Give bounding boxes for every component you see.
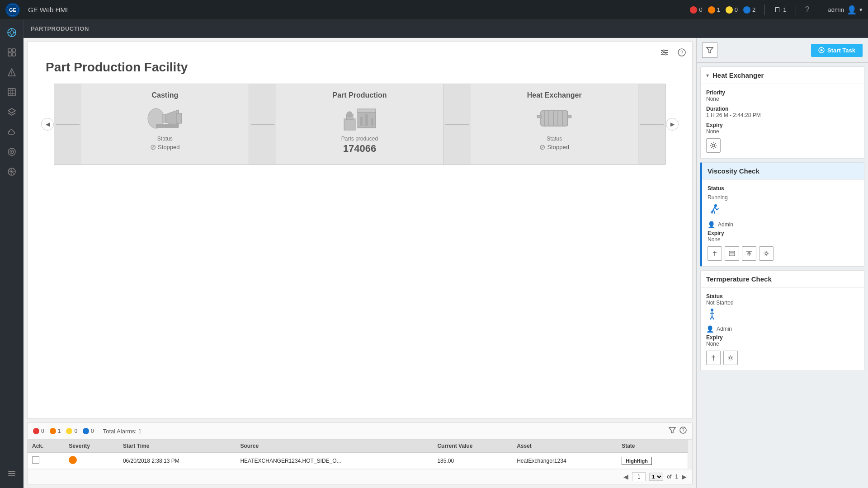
right-panel-toolbar: Start Task xyxy=(697,38,868,63)
svg-point-23 xyxy=(11,151,12,153)
viscosity-gear-button[interactable] xyxy=(759,246,774,261)
alarms-help-button[interactable]: ? xyxy=(679,427,687,436)
alarm-red-count: 0 xyxy=(33,428,44,434)
temperature-section: Termperature Check Status Not Started xyxy=(700,270,864,371)
help-icon[interactable]: ? xyxy=(805,5,810,14)
svg-rect-36 xyxy=(662,52,663,53)
sidebar-item-target[interactable] xyxy=(3,143,21,161)
equipment-row: ◀ Casting xyxy=(41,84,679,165)
heatexchanger-card: Heat Exchanger xyxy=(471,84,638,164)
viscosity-expiry-row: Expiry None xyxy=(708,230,859,243)
severity-cell xyxy=(64,453,118,469)
svg-marker-20 xyxy=(8,108,15,113)
casting-status-value: Stopped xyxy=(158,144,179,150)
temperature-gear-button[interactable] xyxy=(723,351,738,365)
page-input[interactable] xyxy=(632,472,646,481)
expiry-row: Expiry None xyxy=(706,122,859,135)
ack-checkbox[interactable] xyxy=(32,456,39,464)
svg-rect-59 xyxy=(537,115,542,118)
page-dropdown[interactable]: 1 xyxy=(649,473,663,481)
hmi-settings-button[interactable] xyxy=(658,46,671,59)
svg-rect-35 xyxy=(663,50,665,52)
hmi-title: Part Production Facility xyxy=(46,60,692,75)
start-task-button[interactable]: Start Task xyxy=(811,44,863,57)
svg-rect-41 xyxy=(162,114,166,122)
breadcrumb-bar: PARTPRODUCTION xyxy=(24,20,868,38)
hmi-toolbar: ? xyxy=(658,46,689,59)
source-cell: HEATEXCHANGER1234.HOT_SIDE_O... xyxy=(236,453,433,469)
right-panel: Start Task ▾ Heat Exchanger Priority Non… xyxy=(696,38,868,488)
viscosity-list-button[interactable] xyxy=(725,246,739,261)
viscosity-admin-row: 👤 Admin xyxy=(708,221,859,228)
user-section[interactable]: admin 👤 ▾ xyxy=(828,5,863,15)
col-asset: Asset xyxy=(512,440,617,453)
priority-row: Priority None xyxy=(706,89,859,102)
svg-point-77 xyxy=(711,309,713,311)
viscosity-pin-button[interactable] xyxy=(708,246,722,261)
viscosity-body: Status Running 👤 Ad xyxy=(702,180,864,266)
state-cell: HighHigh xyxy=(617,453,688,469)
col-source: Source xyxy=(236,440,433,453)
svg-marker-64 xyxy=(707,47,713,53)
alarms-scrollbar[interactable] xyxy=(688,440,692,469)
hmi-help-button[interactable]: ? xyxy=(675,46,689,59)
svg-rect-11 xyxy=(12,53,15,56)
page-prev-button[interactable]: ◀ xyxy=(623,473,628,480)
sidebar-item-grid[interactable] xyxy=(3,83,21,101)
asset-cell: HeatExchanger1234 xyxy=(512,453,617,469)
svg-rect-34 xyxy=(661,54,668,55)
viscosity-upload-button[interactable] xyxy=(742,246,756,261)
alarms-filter-button[interactable] xyxy=(669,427,676,436)
partproduction-card: Part Production xyxy=(276,84,444,164)
alarm-blue-count: 0 xyxy=(83,428,94,434)
app-title: GE Web HMI xyxy=(28,6,68,14)
temperature-pin-button[interactable] xyxy=(706,351,721,365)
equipment-nav-right[interactable]: ▶ xyxy=(666,118,679,131)
svg-point-47 xyxy=(347,112,352,117)
heat-exchanger-title: Heat Exchanger xyxy=(712,71,764,79)
sidebar-item-layers[interactable] xyxy=(3,103,21,121)
sidebar-item-apps[interactable] xyxy=(3,23,21,42)
svg-marker-61 xyxy=(669,427,675,433)
svg-rect-44 xyxy=(156,124,179,128)
svg-point-67 xyxy=(712,144,715,147)
svg-text:?: ? xyxy=(682,428,684,433)
svg-rect-43 xyxy=(176,113,182,123)
temperature-header: Termperature Check xyxy=(701,271,864,288)
svg-line-80 xyxy=(710,316,712,319)
temperature-expiry-row: Expiry None xyxy=(706,334,859,347)
svg-rect-10 xyxy=(8,53,11,56)
viscosity-title: Viscosity Check xyxy=(708,167,760,175)
total-alarms: Total Alarms: 1 xyxy=(103,428,142,435)
sidebar-item-cloud[interactable] xyxy=(3,123,21,141)
heat-exchanger-header: ▾ Heat Exchanger xyxy=(701,67,864,84)
state-badge: HighHigh xyxy=(622,457,652,465)
casting-icon xyxy=(147,105,183,132)
sidebar-item-network[interactable] xyxy=(3,43,21,61)
svg-rect-8 xyxy=(8,49,11,52)
alarms-header: 0 1 0 0 Total Alarms: 1 ? xyxy=(28,423,692,440)
col-severity: Severity xyxy=(64,440,118,453)
viscosity-tools xyxy=(708,246,859,261)
sidebar-item-menu[interactable] xyxy=(3,465,21,483)
username: admin xyxy=(828,6,844,13)
heat-exchanger-gear-button[interactable] xyxy=(706,138,721,153)
viscosity-status-row: Status Running xyxy=(708,185,859,217)
heat-exchanger-chevron[interactable]: ▾ xyxy=(706,72,709,79)
table-row: 06/20/2018 2:38:13 PM HEATEXCHANGER1234.… xyxy=(28,453,688,469)
page-next-button[interactable]: ▶ xyxy=(682,473,687,480)
heatexchanger-status-value: Stopped xyxy=(547,144,569,150)
equipment-nav-left[interactable]: ◀ xyxy=(41,118,54,131)
sidebar-item-star[interactable] xyxy=(3,163,21,181)
sidebar-item-alerts[interactable] xyxy=(3,63,21,81)
svg-marker-66 xyxy=(821,49,823,52)
svg-rect-71 xyxy=(729,251,735,256)
yellow-alarm-badge: 0 xyxy=(726,6,738,14)
casting-card: Casting Status ⊘ xyxy=(81,84,249,164)
svg-rect-9 xyxy=(12,49,15,52)
ge-logo: GE xyxy=(5,3,20,17)
breadcrumb-text: PARTPRODUCTION xyxy=(31,25,89,32)
col-state: State xyxy=(617,440,688,453)
col-ack: Ack. xyxy=(28,440,64,453)
filter-button[interactable] xyxy=(702,42,717,58)
